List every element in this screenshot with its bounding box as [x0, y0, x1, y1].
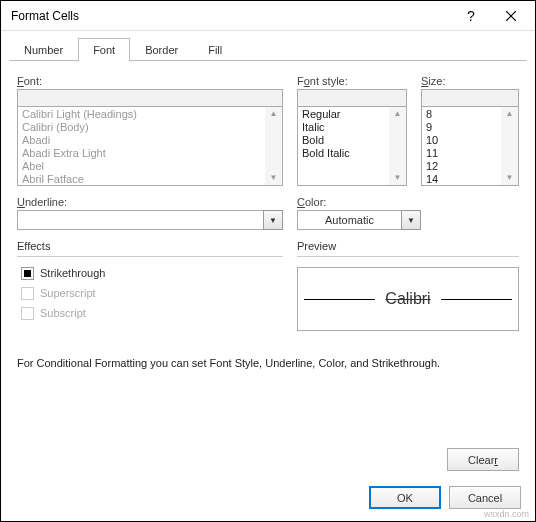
tab-number[interactable]: Number — [9, 38, 78, 62]
scroll-down-icon[interactable]: ▼ — [270, 171, 278, 185]
scrollbar[interactable]: ▲▼ — [501, 107, 518, 185]
fontstyle-listbox[interactable]: Regular Italic Bold Bold Italic ▲▼ — [297, 106, 407, 186]
titlebar: Format Cells ? — [1, 1, 535, 31]
font-option[interactable]: Abadi — [22, 134, 264, 147]
label-color: Color: — [297, 196, 421, 208]
size-option[interactable]: 12 — [426, 160, 500, 173]
font-option[interactable]: Abril Fatface — [22, 173, 264, 186]
fontstyle-option[interactable]: Italic — [302, 121, 388, 134]
scroll-up-icon[interactable]: ▲ — [506, 107, 514, 121]
size-option[interactable]: 10 — [426, 134, 500, 147]
fontstyle-option[interactable]: Bold — [302, 134, 388, 147]
tabs: Number Font Border Fill — [9, 37, 527, 61]
checkbox-superscript: Superscript — [21, 283, 283, 303]
font-option[interactable]: Calibri (Body) — [22, 121, 264, 134]
size-listbox[interactable]: 8 9 10 11 12 14 ▲▼ — [421, 106, 519, 186]
font-option[interactable]: Abel — [22, 160, 264, 173]
close-button[interactable] — [489, 2, 533, 30]
preview-text: Calibri — [375, 290, 440, 308]
color-combo[interactable]: Automatic ▼ — [297, 210, 421, 230]
cancel-button[interactable]: Cancel — [449, 486, 521, 509]
format-cells-dialog: Format Cells ? Number Font Border Fill F… — [0, 0, 536, 522]
scroll-down-icon[interactable]: ▼ — [506, 171, 514, 185]
clear-button[interactable]: Clearr — [447, 448, 519, 471]
group-label-preview: Preview — [297, 240, 519, 252]
checkbox-strikethrough[interactable]: Strikethrough — [21, 263, 283, 283]
fontstyle-option[interactable]: Regular — [302, 108, 388, 121]
help-button[interactable]: ? — [453, 2, 489, 30]
size-option[interactable]: 9 — [426, 121, 500, 134]
size-option[interactable]: 11 — [426, 147, 500, 160]
chevron-down-icon[interactable]: ▼ — [401, 210, 421, 230]
tab-font[interactable]: Font — [78, 38, 130, 62]
checkbox-icon — [21, 307, 34, 320]
tab-content-font: Font: Calibri Light (Headings) Calibri (… — [1, 61, 535, 379]
window-title: Format Cells — [11, 9, 453, 23]
checkbox-icon — [21, 287, 34, 300]
scrollbar[interactable]: ▲▼ — [389, 107, 406, 185]
fontstyle-option[interactable]: Bold Italic — [302, 147, 388, 160]
scroll-up-icon[interactable]: ▲ — [394, 107, 402, 121]
color-value: Automatic — [297, 210, 402, 230]
label-font: Font: — [17, 75, 283, 87]
font-input[interactable] — [17, 89, 283, 107]
size-input[interactable] — [421, 89, 519, 107]
size-option[interactable]: 8 — [426, 108, 500, 121]
font-option[interactable]: Calibri Light (Headings) — [22, 108, 264, 121]
tab-border[interactable]: Border — [130, 38, 193, 62]
label-underline: Underline: — [17, 196, 283, 208]
underline-combo[interactable]: ▼ — [17, 210, 283, 230]
ok-button[interactable]: OK — [369, 486, 441, 509]
preview-box: Calibri — [297, 267, 519, 331]
font-listbox[interactable]: Calibri Light (Headings) Calibri (Body) … — [17, 106, 283, 186]
tab-fill[interactable]: Fill — [193, 38, 237, 62]
note-text: For Conditional Formatting you can set F… — [17, 357, 519, 369]
checkbox-icon — [21, 267, 34, 280]
scroll-up-icon[interactable]: ▲ — [270, 107, 278, 121]
checkbox-subscript: Subscript — [21, 303, 283, 323]
label-fontstyle: Font style: — [297, 75, 407, 87]
font-option[interactable]: Abadi Extra Light — [22, 147, 264, 160]
dialog-buttons: OK Cancel — [369, 486, 521, 509]
label-size: Size: — [421, 75, 519, 87]
chevron-down-icon[interactable]: ▼ — [263, 210, 283, 230]
scrollbar[interactable]: ▲▼ — [265, 107, 282, 185]
group-label-effects: Effects — [17, 240, 283, 252]
close-icon — [506, 11, 516, 21]
underline-value — [17, 210, 264, 230]
size-option[interactable]: 14 — [426, 173, 500, 186]
scroll-down-icon[interactable]: ▼ — [394, 171, 402, 185]
fontstyle-input[interactable] — [297, 89, 407, 107]
